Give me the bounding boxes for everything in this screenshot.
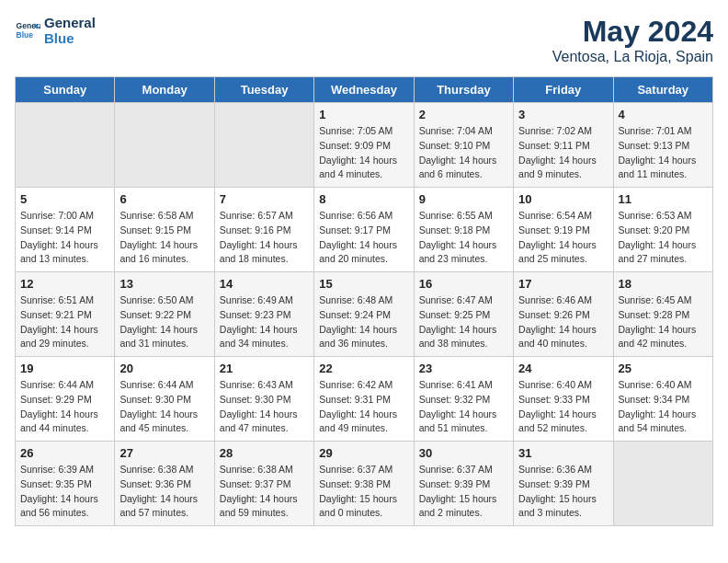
calendar-cell: 6Sunrise: 6:58 AMSunset: 9:15 PMDaylight… xyxy=(115,188,214,272)
day-info: Sunrise: 6:41 AMSunset: 9:32 PMDaylight:… xyxy=(419,378,508,436)
day-info: Sunrise: 6:55 AMSunset: 9:18 PMDaylight:… xyxy=(419,209,508,267)
day-info: Sunrise: 6:37 AMSunset: 9:38 PMDaylight:… xyxy=(319,463,408,521)
day-info: Sunrise: 7:00 AMSunset: 9:14 PMDaylight:… xyxy=(20,209,109,267)
calendar-cell: 13Sunrise: 6:50 AMSunset: 9:22 PMDayligh… xyxy=(115,272,214,357)
day-info: Sunrise: 6:58 AMSunset: 9:15 PMDaylight:… xyxy=(119,209,209,267)
day-number: 6 xyxy=(119,192,209,206)
day-number: 5 xyxy=(20,192,109,206)
day-info: Sunrise: 7:04 AMSunset: 9:10 PMDaylight:… xyxy=(419,124,508,182)
col-header-wednesday: Wednesday xyxy=(314,77,414,103)
day-number: 28 xyxy=(220,446,309,460)
day-number: 10 xyxy=(518,192,608,206)
calendar-cell: 7Sunrise: 6:57 AMSunset: 9:16 PMDaylight… xyxy=(214,188,313,272)
day-number: 1 xyxy=(319,108,408,121)
calendar-cell: 26Sunrise: 6:39 AMSunset: 9:35 PMDayligh… xyxy=(16,442,115,526)
day-info: Sunrise: 6:37 AMSunset: 9:39 PMDaylight:… xyxy=(419,463,508,521)
col-header-saturday: Saturday xyxy=(613,77,712,103)
calendar-cell: 29Sunrise: 6:37 AMSunset: 9:38 PMDayligh… xyxy=(314,442,414,526)
col-header-tuesday: Tuesday xyxy=(214,77,313,103)
day-info: Sunrise: 6:44 AMSunset: 9:30 PMDaylight:… xyxy=(119,378,209,436)
day-number: 30 xyxy=(419,446,508,460)
day-number: 31 xyxy=(518,446,608,460)
day-number: 20 xyxy=(119,362,209,375)
calendar-cell: 25Sunrise: 6:40 AMSunset: 9:34 PMDayligh… xyxy=(613,357,712,442)
calendar-cell: 12Sunrise: 6:51 AMSunset: 9:21 PMDayligh… xyxy=(16,272,115,357)
main-title: May 2024 xyxy=(552,15,713,49)
calendar-cell: 21Sunrise: 6:43 AMSunset: 9:30 PMDayligh… xyxy=(214,357,313,442)
calendar-cell: 23Sunrise: 6:41 AMSunset: 9:32 PMDayligh… xyxy=(414,357,513,442)
page-header: General Blue General Blue May 2024 Vento… xyxy=(15,15,713,65)
calendar-cell: 28Sunrise: 6:38 AMSunset: 9:37 PMDayligh… xyxy=(214,442,313,526)
calendar-cell: 17Sunrise: 6:46 AMSunset: 9:26 PMDayligh… xyxy=(514,272,613,357)
day-info: Sunrise: 6:48 AMSunset: 9:24 PMDaylight:… xyxy=(319,293,408,351)
calendar-cell: 18Sunrise: 6:45 AMSunset: 9:28 PMDayligh… xyxy=(613,272,712,357)
col-header-sunday: Sunday xyxy=(16,77,115,103)
day-number: 15 xyxy=(319,277,408,291)
day-number: 18 xyxy=(619,277,708,291)
day-info: Sunrise: 6:40 AMSunset: 9:33 PMDaylight:… xyxy=(518,378,608,436)
calendar-cell xyxy=(115,103,214,188)
day-number: 23 xyxy=(419,362,508,375)
day-number: 14 xyxy=(220,277,309,291)
svg-text:Blue: Blue xyxy=(17,30,34,40)
day-number: 3 xyxy=(518,108,608,121)
calendar-cell: 2Sunrise: 7:04 AMSunset: 9:10 PMDaylight… xyxy=(414,103,513,188)
day-info: Sunrise: 6:47 AMSunset: 9:25 PMDaylight:… xyxy=(419,293,508,351)
day-number: 9 xyxy=(419,192,508,206)
day-number: 13 xyxy=(119,277,209,291)
day-number: 25 xyxy=(619,362,708,375)
logo-icon: General Blue xyxy=(15,17,40,43)
col-header-monday: Monday xyxy=(115,77,214,103)
calendar-cell: 9Sunrise: 6:55 AMSunset: 9:18 PMDaylight… xyxy=(414,188,513,272)
day-number: 22 xyxy=(319,362,408,375)
col-header-thursday: Thursday xyxy=(414,77,513,103)
day-number: 27 xyxy=(119,446,209,460)
day-number: 24 xyxy=(518,362,608,375)
calendar-table: SundayMondayTuesdayWednesdayThursdayFrid… xyxy=(15,76,713,526)
day-info: Sunrise: 6:36 AMSunset: 9:39 PMDaylight:… xyxy=(518,463,608,521)
calendar-cell: 8Sunrise: 6:56 AMSunset: 9:17 PMDaylight… xyxy=(314,188,414,272)
day-number: 4 xyxy=(619,108,708,121)
calendar-cell: 1Sunrise: 7:05 AMSunset: 9:09 PMDaylight… xyxy=(314,103,414,188)
calendar-cell xyxy=(613,442,712,526)
day-info: Sunrise: 6:43 AMSunset: 9:30 PMDaylight:… xyxy=(220,378,309,436)
calendar-cell: 20Sunrise: 6:44 AMSunset: 9:30 PMDayligh… xyxy=(115,357,214,442)
day-number: 12 xyxy=(20,277,109,291)
day-info: Sunrise: 7:01 AMSunset: 9:13 PMDaylight:… xyxy=(619,124,708,182)
calendar-cell: 22Sunrise: 6:42 AMSunset: 9:31 PMDayligh… xyxy=(314,357,414,442)
calendar-cell: 16Sunrise: 6:47 AMSunset: 9:25 PMDayligh… xyxy=(414,272,513,357)
day-info: Sunrise: 6:38 AMSunset: 9:37 PMDaylight:… xyxy=(220,463,309,521)
calendar-cell: 3Sunrise: 7:02 AMSunset: 9:11 PMDaylight… xyxy=(514,103,613,188)
day-number: 11 xyxy=(619,192,708,206)
day-info: Sunrise: 6:56 AMSunset: 9:17 PMDaylight:… xyxy=(319,209,408,267)
day-info: Sunrise: 6:53 AMSunset: 9:20 PMDaylight:… xyxy=(619,209,708,267)
col-header-friday: Friday xyxy=(514,77,613,103)
day-number: 19 xyxy=(20,362,109,375)
day-number: 8 xyxy=(319,192,408,206)
calendar-cell: 11Sunrise: 6:53 AMSunset: 9:20 PMDayligh… xyxy=(613,188,712,272)
day-info: Sunrise: 6:39 AMSunset: 9:35 PMDaylight:… xyxy=(20,463,109,521)
day-info: Sunrise: 6:50 AMSunset: 9:22 PMDaylight:… xyxy=(119,293,209,351)
calendar-cell: 15Sunrise: 6:48 AMSunset: 9:24 PMDayligh… xyxy=(314,272,414,357)
calendar-cell: 10Sunrise: 6:54 AMSunset: 9:19 PMDayligh… xyxy=(514,188,613,272)
day-info: Sunrise: 6:38 AMSunset: 9:36 PMDaylight:… xyxy=(119,463,209,521)
day-info: Sunrise: 6:51 AMSunset: 9:21 PMDaylight:… xyxy=(20,293,109,351)
day-info: Sunrise: 6:40 AMSunset: 9:34 PMDaylight:… xyxy=(619,378,708,436)
day-info: Sunrise: 6:49 AMSunset: 9:23 PMDaylight:… xyxy=(220,293,309,351)
day-info: Sunrise: 7:02 AMSunset: 9:11 PMDaylight:… xyxy=(518,124,608,182)
calendar-cell: 5Sunrise: 7:00 AMSunset: 9:14 PMDaylight… xyxy=(16,188,115,272)
day-number: 2 xyxy=(419,108,508,121)
day-number: 17 xyxy=(518,277,608,291)
calendar-cell xyxy=(16,103,115,188)
day-number: 29 xyxy=(319,446,408,460)
calendar-cell: 30Sunrise: 6:37 AMSunset: 9:39 PMDayligh… xyxy=(414,442,513,526)
calendar-cell xyxy=(214,103,313,188)
day-info: Sunrise: 7:05 AMSunset: 9:09 PMDaylight:… xyxy=(319,124,408,182)
calendar-cell: 27Sunrise: 6:38 AMSunset: 9:36 PMDayligh… xyxy=(115,442,214,526)
day-info: Sunrise: 6:46 AMSunset: 9:26 PMDaylight:… xyxy=(518,293,608,351)
calendar-cell: 4Sunrise: 7:01 AMSunset: 9:13 PMDaylight… xyxy=(613,103,712,188)
day-info: Sunrise: 6:42 AMSunset: 9:31 PMDaylight:… xyxy=(319,378,408,436)
logo: General Blue General Blue xyxy=(15,15,96,47)
day-info: Sunrise: 6:45 AMSunset: 9:28 PMDaylight:… xyxy=(619,293,708,351)
subtitle: Ventosa, La Rioja, Spain xyxy=(552,49,713,65)
